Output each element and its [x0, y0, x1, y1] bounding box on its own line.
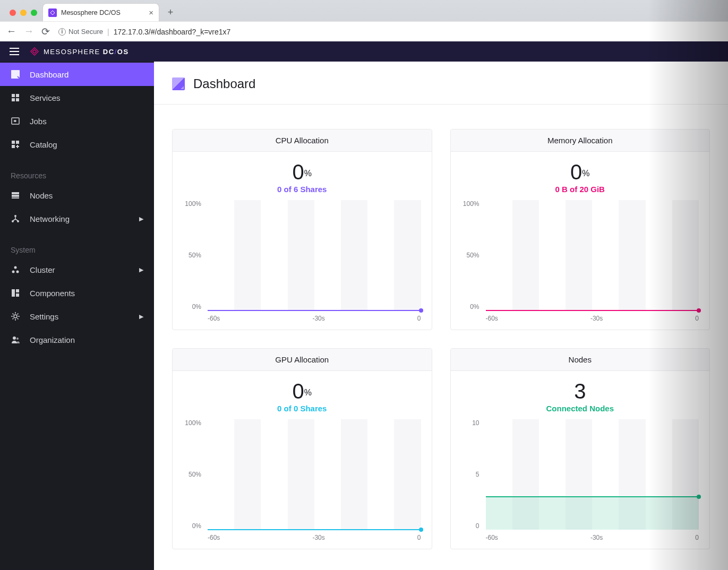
sidebar-item-nodes[interactable]: Nodes [0, 184, 154, 207]
sidebar-item-label: Dashboard [30, 70, 68, 79]
plot-area [486, 200, 699, 310]
x-axis-labels: -60s-30s0 [486, 315, 699, 322]
main-content: Dashboard CPU Allocation 0% 0 of 6 Share… [154, 62, 728, 570]
mesosphere-logo-icon [30, 47, 39, 56]
x-axis-labels: -60s-30s0 [208, 534, 421, 541]
x-tick: -60s [486, 315, 498, 322]
address-field[interactable]: i Not Secure | 172.17.0.3/#/dashboard?_k… [58, 28, 722, 36]
browser-tab[interactable]: Mesosphere DC/OS × [42, 3, 159, 21]
sidebar-item-networking[interactable]: Networking▶ [0, 207, 154, 230]
card-mem: Memory Allocation 0% 0 B of 20 GiB 100%5… [450, 129, 710, 330]
x-tick: -30s [312, 315, 324, 322]
url-text: 172.17.0.3/#/dashboard?_k=vre1x7 [114, 28, 231, 36]
metric-value: 3 [574, 381, 586, 402]
series-line [486, 310, 699, 311]
series-fill [486, 497, 699, 530]
chevron-right-icon: ▶ [139, 215, 143, 222]
catalog-icon [11, 140, 20, 149]
security-indicator[interactable]: i Not Secure [58, 28, 103, 36]
y-tick: 0 [457, 522, 479, 530]
menu-button[interactable] [10, 48, 19, 55]
page-header: Dashboard [154, 62, 728, 104]
cards-grid: CPU Allocation 0% 0 of 6 Shares 100%50%0… [154, 105, 728, 570]
y-tick: 0% [179, 303, 201, 310]
y-axis-labels: 100%50%0% [457, 200, 483, 310]
browser-chrome: Mesosphere DC/OS × + ← → ⟳ i Not Secure … [0, 0, 728, 41]
y-tick: 100% [457, 200, 479, 208]
svg-point-18 [16, 271, 19, 273]
plot-area [208, 419, 421, 530]
series-endpoint-icon [697, 308, 701, 313]
sidebar-item-label: Services [30, 93, 61, 102]
metric-subtitle: 0 of 6 Shares [179, 185, 425, 194]
components-icon [11, 288, 20, 298]
window-controls [5, 10, 42, 21]
tab-bar: Mesosphere DC/OS × + [0, 0, 728, 21]
address-separator: | [107, 28, 109, 36]
sidebar-item-cluster[interactable]: Cluster▶ [0, 258, 154, 281]
dashboard-icon [172, 77, 185, 90]
metric-subtitle: 0 of 0 Shares [179, 404, 425, 413]
svg-point-23 [13, 336, 16, 340]
back-button[interactable]: ← [6, 25, 16, 38]
window-minimize-icon[interactable] [20, 10, 27, 16]
x-tick: -30s [590, 534, 603, 541]
brand[interactable]: MESOSPHERE DC/OS [30, 47, 129, 56]
app-topbar: MESOSPHERE DC/OS [0, 41, 728, 62]
svg-rect-12 [12, 197, 19, 198]
x-axis-labels: -60s-30s0 [208, 315, 421, 322]
x-tick: -30s [312, 534, 324, 541]
card-body: 0% 0 of 6 Shares 100%50%0% -60s-30s0 [173, 152, 432, 330]
address-bar: ← → ⟳ i Not Secure | 172.17.0.3/#/dashbo… [0, 21, 728, 41]
sidebar-item-jobs[interactable]: Jobs [0, 109, 154, 133]
y-tick: 10 [457, 419, 479, 427]
sidebar-item-catalog[interactable]: Catalog [0, 133, 154, 156]
card-body: 3 Connected Nodes 1050 -60s-30s0 [451, 371, 710, 549]
y-tick: 0% [179, 522, 201, 530]
card-body: 0% 0 B of 20 GiB 100%50%0% -60s-30s0 [451, 152, 710, 330]
jobs-icon [11, 116, 20, 126]
sidebar-item-settings[interactable]: Settings▶ [0, 305, 154, 328]
svg-point-16 [14, 266, 17, 269]
favicon-icon [48, 8, 57, 17]
sidebar: DashboardServicesJobsCatalog Resources N… [0, 62, 154, 570]
nodes-icon [11, 191, 20, 200]
new-tab-button[interactable]: + [162, 4, 178, 20]
x-tick: -60s [486, 534, 498, 541]
chart: 100%50%0% -60s-30s0 [179, 200, 425, 322]
y-tick: 50% [179, 252, 201, 259]
plot-area [486, 419, 699, 530]
card-title: GPU Allocation [173, 349, 432, 371]
window-zoom-icon[interactable] [31, 10, 37, 16]
y-axis-labels: 100%50%0% [179, 200, 204, 310]
grid-stripes [208, 200, 421, 310]
forward-button[interactable]: → [24, 25, 34, 38]
y-axis-labels: 100%50%0% [179, 419, 204, 530]
sidebar-item-services[interactable]: Services [0, 86, 154, 109]
window-close-icon[interactable] [10, 10, 16, 16]
svg-rect-21 [16, 293, 19, 297]
sidebar-section-resources: Resources [0, 162, 154, 184]
sidebar-item-components[interactable]: Components [0, 281, 154, 305]
x-tick: -60s [208, 534, 220, 541]
sidebar-item-label: Organization [30, 335, 75, 344]
sidebar-item-label: Networking [30, 214, 70, 223]
tab-close-icon[interactable]: × [149, 8, 153, 17]
metric: 3 Connected Nodes [457, 381, 704, 413]
plot-area [208, 200, 421, 310]
x-tick: -60s [208, 315, 220, 322]
chevron-right-icon: ▶ [139, 266, 143, 273]
card-title: CPU Allocation [173, 129, 432, 152]
reload-button[interactable]: ⟳ [41, 25, 50, 38]
series-endpoint-icon [697, 495, 701, 499]
x-tick: 0 [417, 534, 421, 541]
sidebar-item-organization[interactable]: Organization [0, 328, 154, 351]
metric-subtitle: Connected Nodes [457, 404, 704, 413]
svg-rect-11 [12, 195, 19, 197]
card-title: Nodes [451, 349, 710, 371]
sidebar-item-label: Components [30, 289, 75, 298]
chart: 100%50%0% -60s-30s0 [457, 200, 704, 322]
sidebar-item-label: Settings [30, 312, 58, 321]
card-gpu: GPU Allocation 0% 0 of 0 Shares 100%50%0… [172, 348, 432, 549]
sidebar-item-dashboard[interactable]: Dashboard [0, 63, 154, 86]
